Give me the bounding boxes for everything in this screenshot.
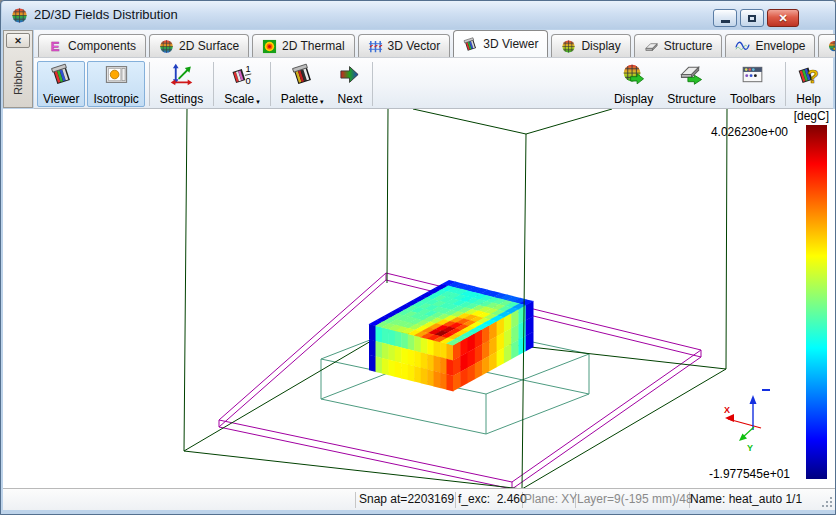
tab-label: 3D Vector <box>388 39 441 53</box>
z-axis-arrow <box>750 395 757 404</box>
toolbar-button-label: Isotropic <box>93 93 138 106</box>
viewport-3d[interactable]: X Y [degC] 4.026230e+00 -1.977545e+01 <box>3 109 835 490</box>
close-icon: ✕ <box>778 12 787 25</box>
tab-label: 2D Thermal <box>282 39 344 53</box>
isotropic-button[interactable]: Isotropic <box>87 61 144 107</box>
vector-grid-icon <box>368 39 383 54</box>
tab-display[interactable]: Display <box>551 34 630 57</box>
title-bar[interactable]: 2D/3D Fields Distribution ✕ <box>2 1 836 29</box>
label-text: Viewer <box>43 93 79 106</box>
svg-text:1: 1 <box>246 64 251 74</box>
toolbar-separator <box>372 62 373 106</box>
tab-label: Structure <box>664 39 713 53</box>
tab-bar: EComponents2D Surface2D Thermal3D Vector… <box>38 30 833 57</box>
minimize-icon <box>721 20 730 23</box>
tab-structure[interactable]: Structure <box>634 34 723 57</box>
next-button[interactable]: Next <box>332 61 369 107</box>
toolbar-button-label: Help <box>796 93 821 106</box>
tab-export[interactable]: Export <box>818 34 836 57</box>
colorbar-unit: [degC] <box>792 109 831 123</box>
settings-button[interactable]: Settings <box>154 61 209 107</box>
svg-text:?: ? <box>808 66 819 86</box>
tab-3d-vector[interactable]: 3D Vector <box>358 34 451 57</box>
window-title: 2D/3D Fields Distribution <box>34 7 178 22</box>
label-text: Toolbars <box>730 93 775 106</box>
statusbar-separator <box>355 492 356 508</box>
heatmap-slab <box>369 280 534 391</box>
display-button[interactable]: Display <box>608 61 659 107</box>
label-text: Settings <box>160 93 203 106</box>
colorbar-gradient <box>806 125 827 479</box>
app-icon <box>11 7 28 24</box>
axes-triad: X Y <box>724 390 770 453</box>
toolbar-separator <box>785 62 786 106</box>
structure-slab-icon <box>644 39 659 54</box>
toolbar-button-label: Toolbars <box>730 93 775 106</box>
svg-text:E: E <box>51 39 60 54</box>
display-sphere-arrow-icon <box>622 63 645 89</box>
ribbon-close-button[interactable]: ✕ <box>6 33 30 48</box>
status-layer: Layer=9(-195 mm)/48 <box>577 489 693 510</box>
viewer-button[interactable]: Viewer <box>37 61 85 107</box>
help-button[interactable]: ?Help <box>790 61 827 107</box>
toolbar-separator <box>149 62 150 106</box>
status-snap: Snap at=2203169 <box>359 489 454 510</box>
ribbon-label: Ribbon <box>12 48 24 107</box>
components-icon: E <box>48 39 63 54</box>
toolbars-icon <box>741 63 764 89</box>
toolbar-button-label: Palette▾ <box>281 93 324 106</box>
tab-components[interactable]: EComponents <box>38 34 146 57</box>
tab-2d-surface[interactable]: 2D Surface <box>149 34 249 57</box>
maximize-button[interactable] <box>740 9 764 27</box>
scale-button[interactable]: 10Scale▾ <box>218 61 266 107</box>
tab-label: Display <box>581 39 620 53</box>
label-text: Display <box>614 93 653 106</box>
toolbar-button-label: Structure <box>667 93 716 106</box>
outer-box-back-edges <box>184 109 726 451</box>
toolbar-button-label: Display <box>614 93 653 106</box>
structure-button[interactable]: Structure <box>661 61 722 107</box>
label-text: Next <box>338 93 363 106</box>
window-buttons: ✕ <box>713 9 799 27</box>
palette-dark-icon <box>291 63 314 89</box>
scale-palette-icon: 10 <box>230 63 253 89</box>
toolbar-button-label: Settings <box>160 93 203 106</box>
ribbon-panel: ✕ Ribbon <box>3 30 33 108</box>
palette-button[interactable]: Palette▾ <box>275 61 330 107</box>
tab-label: 3D Viewer <box>483 37 538 51</box>
toolbar-button-label: Viewer <box>43 93 79 106</box>
statusbar-separator <box>455 492 456 508</box>
label-text: Structure <box>667 93 716 106</box>
next-arrow-icon <box>338 63 361 89</box>
label-text: Scale <box>224 93 254 106</box>
close-button[interactable]: ✕ <box>767 9 799 27</box>
dropdown-caret-icon: ▾ <box>256 98 260 105</box>
resize-grip[interactable] <box>821 496 833 508</box>
toolbar-right-group: DisplayStructureToolbars?Help <box>607 60 828 107</box>
toolbar-button-label: Scale▾ <box>224 93 260 106</box>
toolbar-button-label: Next <box>338 93 363 106</box>
label-text: Isotropic <box>93 93 138 106</box>
minimize-button[interactable] <box>713 9 737 27</box>
thermal-icon <box>262 39 277 54</box>
axes-arrows-icon <box>170 63 193 89</box>
viewer-palette-icon <box>463 37 478 52</box>
svg-text:0: 0 <box>246 75 251 85</box>
tab-label: Components <box>68 39 136 53</box>
tab-3d-viewer[interactable]: 3D Viewer <box>453 30 548 57</box>
tab-band: EComponents2D Surface2D Thermal3D Vector… <box>34 30 833 57</box>
scene-svg[interactable]: X Y <box>3 109 835 490</box>
tab-envelope[interactable]: Envelope <box>725 34 815 57</box>
toolbars-button[interactable]: Toolbars <box>724 61 781 107</box>
x-axis-arrow <box>725 414 734 422</box>
toolbar-left-group: ViewerIsotropicSettings10Scale▾Palette▾N… <box>36 60 376 107</box>
tab-label: Envelope <box>755 39 805 53</box>
label-text: Palette <box>281 93 318 106</box>
app-window: 2D/3D Fields Distribution ✕ ✕ Ribbon ECo… <box>0 0 836 515</box>
isotropic-icon <box>105 63 128 89</box>
status-f-exc: f_exc: 2.460 <box>458 489 527 510</box>
display-sphere-icon <box>561 39 576 54</box>
tab-2d-thermal[interactable]: 2D Thermal <box>252 34 354 57</box>
label-text: Help <box>796 93 821 106</box>
status-plane: Plane: XY <box>524 489 577 510</box>
